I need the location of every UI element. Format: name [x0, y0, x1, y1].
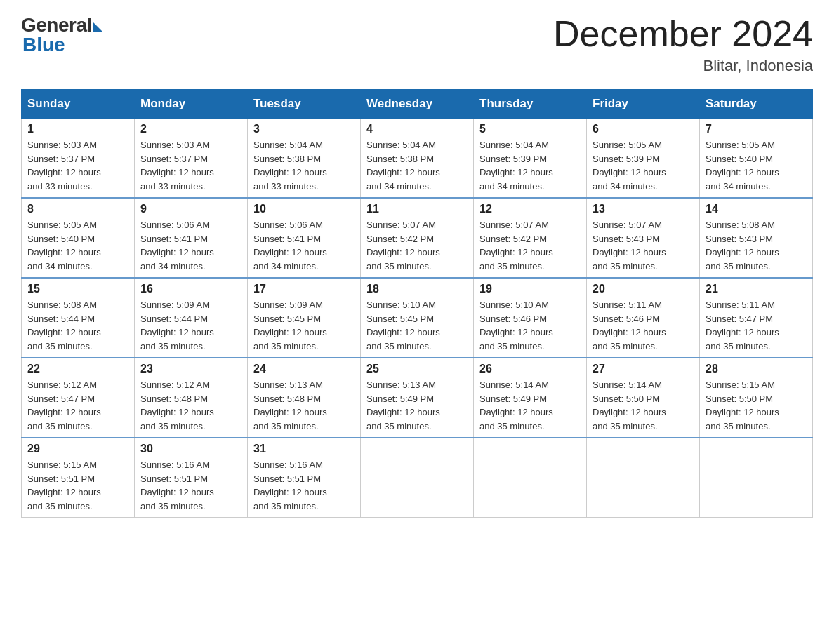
calendar-cell: 25 Sunrise: 5:13 AM Sunset: 5:49 PM Dayl… — [361, 358, 474, 438]
day-number: 15 — [27, 283, 128, 295]
day-info: Sunrise: 5:13 AM Sunset: 5:49 PM Dayligh… — [366, 378, 468, 433]
logo-blue-text: Blue — [22, 34, 65, 56]
day-info: Sunrise: 5:04 AM Sunset: 5:38 PM Dayligh… — [253, 138, 355, 193]
day-number: 11 — [366, 203, 468, 215]
calendar-cell: 10 Sunrise: 5:06 AM Sunset: 5:41 PM Dayl… — [248, 198, 361, 278]
calendar-cell: 20 Sunrise: 5:11 AM Sunset: 5:46 PM Dayl… — [587, 278, 700, 358]
calendar-cell: 1 Sunrise: 5:03 AM Sunset: 5:37 PM Dayli… — [22, 119, 135, 199]
calendar-cell: 24 Sunrise: 5:13 AM Sunset: 5:48 PM Dayl… — [248, 358, 361, 438]
day-info: Sunrise: 5:12 AM Sunset: 5:47 PM Dayligh… — [27, 378, 128, 433]
day-number: 1 — [27, 123, 128, 135]
column-header-thursday: Thursday — [474, 90, 587, 119]
calendar-cell: 5 Sunrise: 5:04 AM Sunset: 5:39 PM Dayli… — [474, 119, 587, 199]
day-number: 29 — [27, 443, 128, 455]
calendar-cell: 14 Sunrise: 5:08 AM Sunset: 5:43 PM Dayl… — [700, 198, 813, 278]
logo: General Blue — [21, 14, 103, 56]
day-number: 2 — [140, 123, 241, 135]
calendar-header-row: SundayMondayTuesdayWednesdayThursdayFrid… — [22, 90, 813, 119]
calendar-cell — [474, 438, 587, 518]
day-info: Sunrise: 5:03 AM Sunset: 5:37 PM Dayligh… — [27, 138, 128, 193]
day-number: 3 — [253, 123, 355, 135]
calendar-week-3: 15 Sunrise: 5:08 AM Sunset: 5:44 PM Dayl… — [22, 278, 813, 358]
day-number: 8 — [27, 203, 128, 215]
day-info: Sunrise: 5:06 AM Sunset: 5:41 PM Dayligh… — [253, 218, 355, 273]
day-number: 28 — [706, 363, 807, 375]
day-number: 18 — [366, 283, 468, 295]
day-info: Sunrise: 5:16 AM Sunset: 5:51 PM Dayligh… — [140, 458, 241, 513]
calendar-cell: 2 Sunrise: 5:03 AM Sunset: 5:37 PM Dayli… — [135, 119, 248, 199]
day-number: 30 — [140, 443, 241, 455]
day-info: Sunrise: 5:05 AM Sunset: 5:40 PM Dayligh… — [706, 138, 807, 193]
calendar-cell — [587, 438, 700, 518]
calendar-cell: 23 Sunrise: 5:12 AM Sunset: 5:48 PM Dayl… — [135, 358, 248, 438]
day-info: Sunrise: 5:08 AM Sunset: 5:44 PM Dayligh… — [27, 298, 128, 353]
calendar-cell: 4 Sunrise: 5:04 AM Sunset: 5:38 PM Dayli… — [361, 119, 474, 199]
day-number: 27 — [593, 363, 694, 375]
calendar-cell: 28 Sunrise: 5:15 AM Sunset: 5:50 PM Dayl… — [700, 358, 813, 438]
title-section: December 2024 Blitar, Indonesia — [553, 14, 813, 75]
day-info: Sunrise: 5:07 AM Sunset: 5:42 PM Dayligh… — [479, 218, 581, 273]
day-number: 10 — [253, 203, 355, 215]
day-number: 31 — [253, 443, 355, 455]
calendar-week-2: 8 Sunrise: 5:05 AM Sunset: 5:40 PM Dayli… — [22, 198, 813, 278]
day-number: 26 — [479, 363, 581, 375]
day-info: Sunrise: 5:10 AM Sunset: 5:45 PM Dayligh… — [366, 298, 468, 353]
day-info: Sunrise: 5:10 AM Sunset: 5:46 PM Dayligh… — [479, 298, 581, 353]
calendar-table: SundayMondayTuesdayWednesdayThursdayFrid… — [21, 89, 813, 518]
day-number: 24 — [253, 363, 355, 375]
calendar-cell: 6 Sunrise: 5:05 AM Sunset: 5:39 PM Dayli… — [587, 119, 700, 199]
column-header-monday: Monday — [135, 90, 248, 119]
day-info: Sunrise: 5:05 AM Sunset: 5:40 PM Dayligh… — [27, 218, 128, 273]
calendar-week-5: 29 Sunrise: 5:15 AM Sunset: 5:51 PM Dayl… — [22, 438, 813, 518]
day-info: Sunrise: 5:16 AM Sunset: 5:51 PM Dayligh… — [253, 458, 355, 513]
day-info: Sunrise: 5:11 AM Sunset: 5:46 PM Dayligh… — [593, 298, 694, 353]
day-number: 6 — [593, 123, 694, 135]
calendar-cell: 29 Sunrise: 5:15 AM Sunset: 5:51 PM Dayl… — [22, 438, 135, 518]
day-info: Sunrise: 5:04 AM Sunset: 5:39 PM Dayligh… — [479, 138, 581, 193]
day-info: Sunrise: 5:09 AM Sunset: 5:44 PM Dayligh… — [140, 298, 241, 353]
day-number: 25 — [366, 363, 468, 375]
day-info: Sunrise: 5:06 AM Sunset: 5:41 PM Dayligh… — [140, 218, 241, 273]
calendar-cell: 18 Sunrise: 5:10 AM Sunset: 5:45 PM Dayl… — [361, 278, 474, 358]
calendar-cell: 16 Sunrise: 5:09 AM Sunset: 5:44 PM Dayl… — [135, 278, 248, 358]
day-number: 17 — [253, 283, 355, 295]
logo-triangle-icon — [93, 22, 103, 32]
day-info: Sunrise: 5:04 AM Sunset: 5:38 PM Dayligh… — [366, 138, 468, 193]
day-info: Sunrise: 5:12 AM Sunset: 5:48 PM Dayligh… — [140, 378, 241, 433]
day-number: 21 — [706, 283, 807, 295]
calendar-cell: 8 Sunrise: 5:05 AM Sunset: 5:40 PM Dayli… — [22, 198, 135, 278]
day-info: Sunrise: 5:15 AM Sunset: 5:51 PM Dayligh… — [27, 458, 128, 513]
calendar-cell: 22 Sunrise: 5:12 AM Sunset: 5:47 PM Dayl… — [22, 358, 135, 438]
column-header-sunday: Sunday — [22, 90, 135, 119]
day-number: 12 — [479, 203, 581, 215]
day-info: Sunrise: 5:11 AM Sunset: 5:47 PM Dayligh… — [706, 298, 807, 353]
day-info: Sunrise: 5:14 AM Sunset: 5:50 PM Dayligh… — [593, 378, 694, 433]
calendar-cell: 11 Sunrise: 5:07 AM Sunset: 5:42 PM Dayl… — [361, 198, 474, 278]
calendar-cell: 9 Sunrise: 5:06 AM Sunset: 5:41 PM Dayli… — [135, 198, 248, 278]
day-number: 16 — [140, 283, 241, 295]
calendar-cell — [700, 438, 813, 518]
calendar-cell: 30 Sunrise: 5:16 AM Sunset: 5:51 PM Dayl… — [135, 438, 248, 518]
column-header-friday: Friday — [587, 90, 700, 119]
calendar-cell: 19 Sunrise: 5:10 AM Sunset: 5:46 PM Dayl… — [474, 278, 587, 358]
day-number: 23 — [140, 363, 241, 375]
day-info: Sunrise: 5:14 AM Sunset: 5:49 PM Dayligh… — [479, 378, 581, 433]
calendar-cell: 12 Sunrise: 5:07 AM Sunset: 5:42 PM Dayl… — [474, 198, 587, 278]
day-number: 5 — [479, 123, 581, 135]
page-header: General Blue December 2024 Blitar, Indon… — [21, 14, 813, 75]
calendar-cell: 13 Sunrise: 5:07 AM Sunset: 5:43 PM Dayl… — [587, 198, 700, 278]
column-header-wednesday: Wednesday — [361, 90, 474, 119]
day-number: 14 — [706, 203, 807, 215]
calendar-cell: 27 Sunrise: 5:14 AM Sunset: 5:50 PM Dayl… — [587, 358, 700, 438]
calendar-cell: 21 Sunrise: 5:11 AM Sunset: 5:47 PM Dayl… — [700, 278, 813, 358]
day-number: 22 — [27, 363, 128, 375]
day-number: 13 — [593, 203, 694, 215]
day-number: 7 — [706, 123, 807, 135]
calendar-cell: 31 Sunrise: 5:16 AM Sunset: 5:51 PM Dayl… — [248, 438, 361, 518]
calendar-cell — [361, 438, 474, 518]
column-header-tuesday: Tuesday — [248, 90, 361, 119]
day-info: Sunrise: 5:07 AM Sunset: 5:43 PM Dayligh… — [593, 218, 694, 273]
day-info: Sunrise: 5:13 AM Sunset: 5:48 PM Dayligh… — [253, 378, 355, 433]
month-title: December 2024 — [553, 14, 813, 54]
day-info: Sunrise: 5:07 AM Sunset: 5:42 PM Dayligh… — [366, 218, 468, 273]
